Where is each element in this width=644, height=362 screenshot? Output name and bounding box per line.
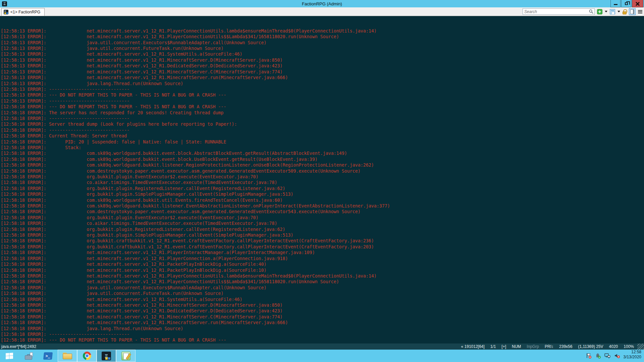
- log-line: [12:58:18 ERROR]: com.sk89q.worldguard.b…: [1, 197, 644, 203]
- log-line: [12:58:13 ERROR]: java.lang.Thread.run(U…: [1, 81, 644, 86]
- log-line: [12:58:18 ERROR]: org.bukkit.plugin.Regi…: [1, 227, 644, 232]
- log-line: [12:58:18 ERROR]: org.bukkit.plugin.Simp…: [1, 232, 644, 238]
- log-line: [12:58:13 ERROR]: net.minecraft.server.v…: [1, 57, 644, 63]
- status-segments: « 191012[64]1/1[+]NUMInpGrpPRI↕239x56(1,…: [461, 344, 644, 349]
- log-line: [12:58:18 ERROR]: com.sk89q.worldguard.b…: [1, 203, 644, 209]
- search-input[interactable]: [523, 9, 589, 14]
- system-tray: [586, 350, 624, 362]
- log-line: [12:58:18 ERROR]: co.aikar.timings.Timed…: [1, 180, 644, 185]
- tab-label: <1> FactionRPG: [10, 10, 40, 14]
- log-line: [12:58:18 ERROR]: Stack:: [1, 145, 644, 150]
- taskbar-powershell[interactable]: >_: [38, 350, 58, 362]
- new-console-button[interactable]: [597, 9, 602, 14]
- log-line: [12:58:18 ERROR]: com.sk89q.worldguard.b…: [1, 157, 644, 162]
- lock-button[interactable]: [623, 9, 627, 14]
- log-line: [12:58:13 ERROR]: ----------------------…: [1, 98, 644, 104]
- log-line: [12:58:18 ERROR]: com.destroystokyo.pape…: [1, 168, 644, 174]
- toolbar: [523, 8, 644, 15]
- log-line: [12:58:18 ERROR]: --- DO NOT REPORT THIS…: [1, 337, 644, 343]
- taskbar-chrome[interactable]: [77, 350, 97, 362]
- new-console-plus-icon: [597, 9, 602, 14]
- status-process: java.exe*[*64]:2492: [0, 344, 36, 349]
- restore-button[interactable]: [621, 0, 631, 7]
- taskbar: >_ Ξ: [0, 350, 644, 362]
- log-line: [12:58:18 ERROR]: java.util.concurrent.F…: [1, 291, 644, 296]
- menu-icon: [638, 10, 642, 13]
- minimize-icon: [614, 4, 618, 5]
- log-line: [12:58:18 ERROR]: net.minecraft.server.v…: [1, 273, 644, 279]
- restore-icon: [625, 2, 628, 5]
- taskbar-file-explorer[interactable]: [58, 350, 77, 362]
- console-output[interactable]: [12:58:13 ERROR]: net.minecraft.server.v…: [0, 16, 644, 343]
- log-line: [12:58:18 ERROR]: com.sk89q.worldguard.b…: [1, 162, 644, 168]
- log-line: [12:58:13 ERROR]: net.minecraft.server.v…: [1, 34, 644, 40]
- log-line: [12:58:13 ERROR]: net.minecraft.server.v…: [1, 69, 644, 75]
- log-line: [12:58:13 ERROR]: net.minecraft.server.v…: [1, 75, 644, 80]
- tab-factionrpg[interactable]: <1> FactionRPG: [1, 8, 45, 16]
- action-center-flag-icon[interactable]: [586, 353, 592, 359]
- log-line: [12:58:18 ERROR]: net.minecraft.server.v…: [1, 320, 644, 325]
- log-line: [12:58:18 ERROR]: net.minecraft.server.v…: [1, 261, 644, 267]
- status-bar: java.exe*[*64]:2492 « 191012[64]1/1[+]NU…: [0, 343, 644, 350]
- log-line: [12:58:18 ERROR]: Current Thread: Server…: [1, 133, 644, 139]
- log-line: [12:58:18 ERROR]: org.bukkit.craftbukkit…: [1, 244, 644, 250]
- status-segment: 239x56: [559, 344, 572, 349]
- start-button[interactable]: [0, 350, 19, 362]
- search-box: [523, 8, 595, 15]
- log-line: [12:58:13 ERROR]: ----------------------…: [1, 86, 644, 92]
- log-line: [12:58:13 ERROR]: java.util.concurrent.E…: [1, 40, 644, 46]
- log-lines: [12:58:13 ERROR]: net.minecraft.server.v…: [1, 28, 644, 343]
- log-line: [12:58:18 ERROR]: net.minecraft.server.v…: [1, 250, 644, 255]
- status-segment: InpGrp: [527, 344, 539, 349]
- taskbar-server-manager[interactable]: [19, 350, 38, 362]
- log-line: [12:58:18 ERROR]: org.bukkit.plugin.Even…: [1, 215, 644, 221]
- status-segment: 100%: [624, 344, 634, 349]
- log-line: [12:58:18 ERROR]: com.destroystokyo.pape…: [1, 209, 644, 215]
- volume-muted-icon[interactable]: [614, 353, 620, 359]
- taskbar-conemu[interactable]: Ξ: [97, 350, 116, 362]
- conemu-window: Ξ FactionRPG (Admin) <1> FactionRPG: [0, 0, 644, 362]
- search-icon: [589, 9, 594, 14]
- window-mode-dropdown[interactable]: [618, 11, 620, 12]
- log-line: [12:58:18 ERROR]: net.minecraft.server.v…: [1, 256, 644, 261]
- server-manager-icon: [24, 352, 33, 360]
- log-line: [12:58:18 ERROR]: ----------------------…: [1, 331, 644, 337]
- status-segment: 4020: [609, 344, 618, 349]
- log-line: [12:58:13 ERROR]: net.minecraft.server.v…: [1, 51, 644, 57]
- close-icon: [636, 2, 640, 6]
- new-console-dropdown[interactable]: [605, 11, 607, 12]
- lock-icon: [623, 11, 627, 14]
- powershell-icon: >_: [43, 352, 53, 360]
- taskbar-clock[interactable]: 12:58 3/13/2020: [624, 350, 644, 362]
- status-segment: NUM: [512, 344, 521, 349]
- window-mode-button[interactable]: [610, 9, 615, 14]
- chevron-down-icon: [605, 11, 607, 12]
- scroll-panel-toggle[interactable]: [629, 8, 636, 15]
- log-line: [12:58:18 ERROR]: ----------------------…: [1, 127, 644, 133]
- titlebar: Ξ FactionRPG (Admin): [0, 0, 644, 7]
- status-segment: PRI↕: [545, 344, 553, 349]
- minimize-button[interactable]: [610, 0, 621, 7]
- clock-time: 12:58: [624, 350, 641, 355]
- log-line: [12:58:18 ERROR]: co.aikar.timings.Timed…: [1, 221, 644, 226]
- resize-grip[interactable]: [637, 344, 644, 350]
- status-segment: « 191012[64]: [461, 344, 485, 349]
- log-line: [12:58:18 ERROR]: --- DO NOT REPORT THIS…: [1, 104, 644, 110]
- status-segment: 1/1: [490, 344, 496, 349]
- close-button[interactable]: [632, 0, 643, 7]
- log-line: [12:58:18 ERROR]: PID: 20 | Suspended: f…: [1, 139, 644, 145]
- window-mode-icon: [610, 9, 615, 14]
- usb-device-icon[interactable]: [595, 353, 601, 359]
- taskbar-notepad-plus-plus[interactable]: [116, 350, 136, 362]
- notepad-plus-plus-icon: [121, 352, 130, 360]
- log-line: [12:58:18 ERROR]: org.bukkit.plugin.Simp…: [1, 191, 644, 197]
- log-line: [12:58:18 ERROR]: org.bukkit.plugin.Regi…: [1, 186, 644, 191]
- log-line: [12:58:18 ERROR]: net.minecraft.server.v…: [1, 308, 644, 314]
- log-line: [12:58:18 ERROR]: com.sk89q.worldguard.b…: [1, 150, 644, 156]
- scroll-panel-icon: [630, 9, 634, 14]
- network-icon[interactable]: [604, 353, 611, 359]
- log-line: [12:58:13 ERROR]: java.util.concurrent.F…: [1, 46, 644, 51]
- main-menu-button[interactable]: [638, 10, 642, 13]
- log-line: [12:58:18 ERROR]: The server has not res…: [1, 110, 644, 116]
- log-line: [12:58:13 ERROR]: --- DO NOT REPORT THIS…: [1, 92, 644, 98]
